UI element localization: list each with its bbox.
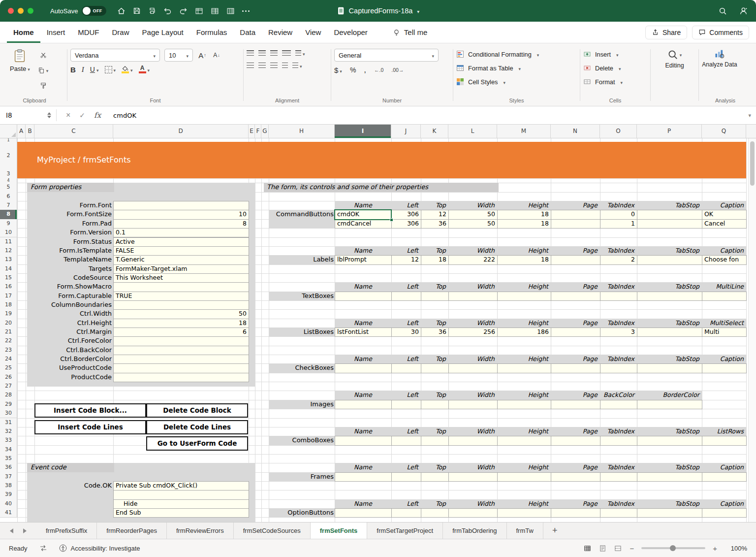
cell-images-r0-c1[interactable]: [391, 400, 421, 409]
row-header-27[interactable]: 27: [0, 382, 17, 391]
currency-format-button[interactable]: $: [334, 66, 338, 74]
search-icon[interactable]: [719, 7, 727, 15]
button-insert-code-block[interactable]: Insert Code Block...: [34, 403, 146, 418]
row-header-24[interactable]: 24: [0, 355, 17, 364]
cell-checkboxes-r0-c2[interactable]: [421, 363, 449, 373]
column-header-O[interactable]: O: [600, 125, 637, 138]
row-header-40[interactable]: 40: [0, 499, 17, 509]
sheet-tab-frmtabordering[interactable]: frmTabOrdering: [443, 523, 506, 539]
decrease-decimal-button[interactable]: .00→: [391, 67, 404, 73]
row-header-5[interactable]: 5: [0, 183, 17, 192]
insert-function-button[interactable]: fx: [90, 111, 105, 120]
row-header-21[interactable]: 21: [0, 328, 17, 337]
form-prop-value-codesource[interactable]: This Worksheet: [113, 273, 249, 283]
sheet-tab-frmtw[interactable]: frmTw: [507, 523, 543, 539]
row-header-23[interactable]: 23: [0, 346, 17, 355]
add-sheet-button[interactable]: +: [543, 523, 567, 539]
cell-checkboxes-r0-c3[interactable]: [448, 363, 498, 373]
conditional-formatting-button[interactable]: Conditional Formatting: [456, 47, 577, 61]
formula-input[interactable]: cmdOK: [113, 112, 136, 119]
zoom-out-button[interactable]: −: [630, 544, 634, 553]
comma-format-button[interactable]: ,: [364, 65, 366, 75]
decrease-indent-button[interactable]: [282, 63, 288, 68]
cell-textboxes-r0-c7[interactable]: [637, 292, 702, 301]
italic-button[interactable]: I: [82, 66, 84, 74]
cell-listboxes-r0-c7[interactable]: [637, 328, 702, 337]
column-header-H[interactable]: H: [269, 125, 335, 138]
cell-commandbuttons-r1-c3[interactable]: 50: [448, 219, 498, 229]
align-bottom-button[interactable]: [270, 50, 278, 56]
row-header-2[interactable]: 2: [0, 142, 17, 170]
cell-optionbuttons-r0-c0[interactable]: [335, 508, 392, 518]
cell-listboxes-r0-c3[interactable]: 256: [448, 328, 498, 337]
cell-labels-r0-c1[interactable]: 12: [391, 255, 421, 264]
comments-button[interactable]: Comments: [692, 26, 749, 39]
form-prop-value-form-status[interactable]: Active: [113, 237, 249, 247]
sheet-tab-frmprefixsuffix[interactable]: frmPrefixSuffix: [36, 523, 97, 539]
accessibility-status[interactable]: Accessibility: Investigate: [59, 544, 140, 552]
wrap-text-button[interactable]: [282, 50, 291, 56]
sheet-tab-frmsetcodesources[interactable]: frmSetCodeSources: [234, 523, 311, 539]
enter-entry-button[interactable]: ✓: [75, 111, 90, 119]
cell-listboxes-r0-c0[interactable]: lstFontList: [335, 328, 392, 337]
cell-checkboxes-r0-c4[interactable]: [497, 363, 551, 373]
row-header-7[interactable]: 7: [0, 201, 17, 210]
font-name-select[interactable]: Verdana: [70, 49, 160, 62]
vertical-scrollbar[interactable]: [748, 138, 756, 522]
cell-listboxes-r0-c2[interactable]: 36: [421, 328, 449, 337]
cell-listboxes-r0-c8[interactable]: Multi: [702, 328, 747, 337]
column-header-G[interactable]: G: [261, 125, 269, 138]
align-center-button[interactable]: [258, 63, 266, 68]
cell-comboboxes-r0-c0[interactable]: [335, 436, 392, 445]
ribbon-tab-formulas[interactable]: Formulas: [190, 22, 234, 43]
cell-comboboxes-r0-c3[interactable]: [448, 436, 498, 445]
ribbon-tab-review[interactable]: Review: [262, 22, 299, 43]
cell-labels-r0-c6[interactable]: 2: [600, 255, 637, 264]
ribbon-tab-data[interactable]: Data: [233, 22, 262, 43]
cell-optionbuttons-r0-c5[interactable]: [551, 508, 600, 518]
selection-fill-handle[interactable]: [390, 218, 393, 222]
cell-optionbuttons-r0-c6[interactable]: [600, 508, 637, 518]
row-header-16[interactable]: 16: [0, 282, 17, 292]
row-header-25[interactable]: 25: [0, 363, 17, 373]
button-delete-code-block[interactable]: Delete Code Block: [146, 403, 248, 418]
merge-center-button[interactable]: [295, 50, 301, 56]
cell-images-r0-c4[interactable]: [497, 400, 551, 409]
row-header-35[interactable]: 35: [0, 454, 17, 463]
normal-view-icon[interactable]: [583, 545, 592, 552]
copy-button[interactable]: [38, 65, 49, 76]
cell-frames-r0-c2[interactable]: [421, 472, 449, 482]
cell-frames-r0-c7[interactable]: [637, 472, 702, 482]
sheet-tab-frmreviewerrors[interactable]: frmReviewErrors: [167, 523, 234, 539]
cell-commandbuttons-r1-c8[interactable]: Cancel: [702, 219, 747, 229]
row-header-37[interactable]: 37: [0, 472, 17, 482]
row-header-9[interactable]: 9: [0, 219, 17, 229]
code-line-2[interactable]: Hide: [113, 499, 249, 509]
vertical-scrollbar-thumb[interactable]: [750, 141, 755, 186]
formula-bar-expand-icon[interactable]: ▾: [748, 112, 751, 119]
form-prop-value-form-fontsize[interactable]: 10: [113, 210, 249, 219]
cell-images-r0-c6[interactable]: [600, 400, 637, 409]
ribbon-tab-view[interactable]: View: [299, 22, 327, 43]
row-header-36[interactable]: 36: [0, 463, 17, 472]
cell-textboxes-r0-c4[interactable]: [497, 292, 551, 301]
row-header-10[interactable]: 10: [0, 228, 17, 237]
cell-listboxes-r0-c6[interactable]: 3: [600, 328, 637, 337]
row-header-6[interactable]: 6: [0, 192, 17, 201]
spreadsheet-grid[interactable]: 1234567891011121314151617181920212223242…: [0, 138, 756, 522]
paste-button[interactable]: Paste: [5, 45, 35, 97]
form-prop-value-columnboundaries[interactable]: [113, 300, 249, 310]
cell-frames-r0-c4[interactable]: [497, 472, 551, 482]
home-icon[interactable]: [117, 7, 126, 15]
zoom-slider-thumb[interactable]: [670, 545, 676, 551]
sheet-tab-frmsettargetproject[interactable]: frmSetTargetProject: [367, 523, 443, 539]
row-header-31[interactable]: 31: [0, 418, 17, 427]
row-header-3[interactable]: 3: [0, 169, 17, 179]
autosave-switch[interactable]: OFF: [82, 6, 106, 16]
ribbon-tab-home[interactable]: Home: [7, 22, 40, 43]
code-line-1[interactable]: [113, 490, 249, 499]
row-header-12[interactable]: 12: [0, 246, 17, 256]
cell-labels-r0-c7[interactable]: [637, 255, 702, 264]
column-header-N[interactable]: N: [551, 125, 600, 138]
cell-listboxes-r0-c4[interactable]: 186: [497, 328, 551, 337]
